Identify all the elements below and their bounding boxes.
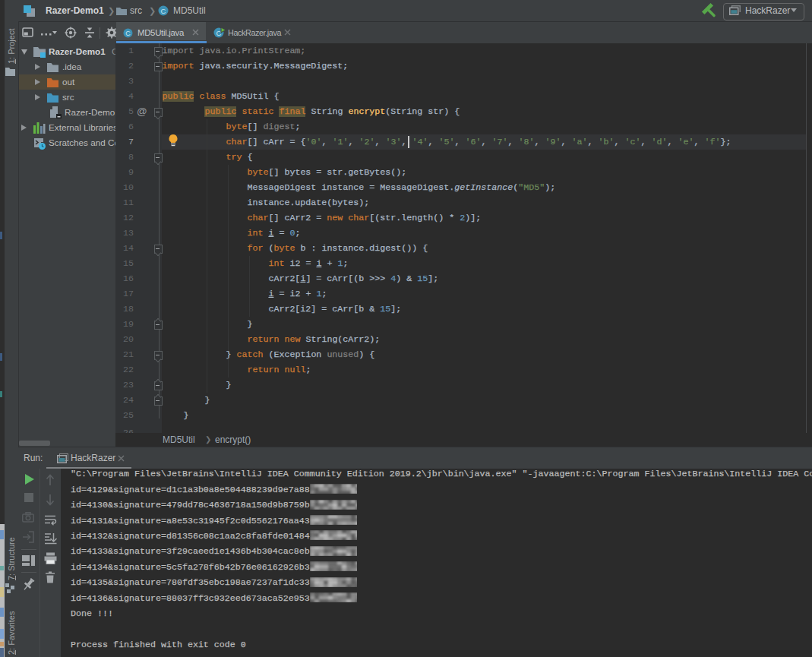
- svg-text:C: C: [125, 30, 131, 37]
- svg-text:C: C: [161, 7, 166, 15]
